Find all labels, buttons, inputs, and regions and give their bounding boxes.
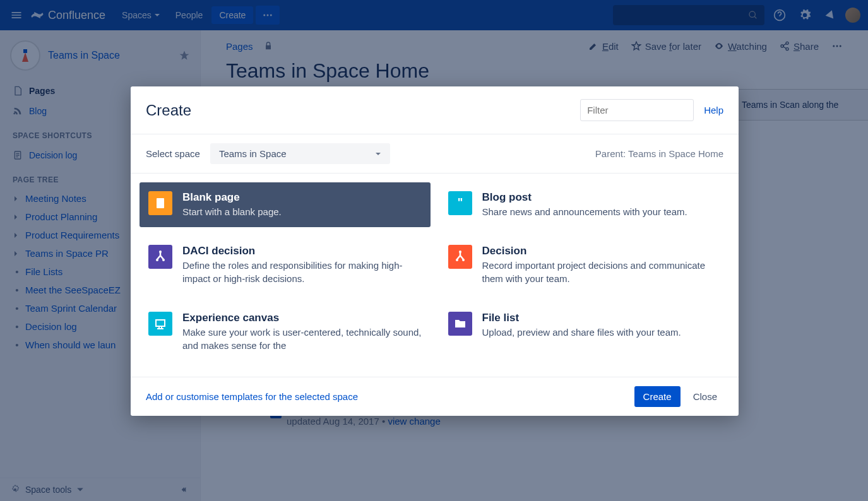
chevron-down-icon	[375, 151, 381, 157]
template-name: File list	[482, 312, 681, 324]
template-file-list[interactable]: File listUpload, preview and share files…	[439, 303, 730, 361]
space-select[interactable]: Teams in Space	[210, 143, 390, 164]
customize-templates-link[interactable]: Add or customise templates for the selec…	[146, 391, 358, 402]
dialog-footer: Add or customise templates for the selec…	[131, 377, 739, 416]
template-icon	[148, 191, 172, 215]
template-icon	[448, 312, 472, 336]
select-space-label: Select space	[146, 148, 200, 159]
template-daci-decision[interactable]: DACI decisionDefine the roles and respon…	[140, 236, 431, 294]
template-icon	[448, 245, 472, 269]
template-desc: Record important project decisions and c…	[482, 259, 722, 285]
svg-point-19	[156, 259, 158, 261]
svg-point-20	[162, 259, 165, 261]
template-name: Blog post	[482, 191, 687, 204]
template-desc: Make sure your work is user-centered, te…	[182, 326, 422, 352]
svg-point-22	[456, 259, 458, 261]
template-decision[interactable]: DecisionRecord important project decisio…	[439, 236, 730, 294]
template-desc: Upload, preview and share files with you…	[482, 326, 681, 339]
parent-info: Parent: Teams in Space Home	[595, 148, 723, 159]
dialog-create-button[interactable]: Create	[634, 386, 681, 407]
template-experience-canvas[interactable]: Experience canvasMake sure your work is …	[140, 303, 431, 361]
dialog-selectbar: Select space Teams in Space Parent: Team…	[131, 134, 739, 174]
template-list: Blank pageStart with a blank page."Blog …	[131, 174, 739, 377]
template-desc: Start with a blank page.	[182, 205, 282, 218]
template-blank-page[interactable]: Blank pageStart with a blank page.	[140, 182, 431, 227]
template-desc: Define the roles and responsibilities fo…	[182, 259, 422, 285]
help-link[interactable]: Help	[704, 105, 723, 115]
svg-point-21	[459, 250, 461, 253]
template-how-to-article[interactable]: How-to articleProvide step-by-step guida…	[439, 370, 730, 377]
dialog-close-button[interactable]: Close	[687, 386, 723, 407]
template-blog-post[interactable]: "Blog postShare news and announcements w…	[439, 182, 730, 227]
template-health-monitor[interactable]: Health monitorKeep track of your project…	[140, 370, 431, 377]
svg-rect-24	[156, 320, 165, 326]
template-name: Decision	[482, 245, 722, 257]
template-name: Experience canvas	[182, 312, 422, 324]
svg-text:": "	[457, 196, 463, 209]
template-icon	[148, 312, 172, 336]
svg-point-23	[462, 259, 465, 261]
template-icon: "	[448, 191, 472, 215]
template-desc: Share news and announcements with your t…	[482, 205, 687, 218]
dialog-header: Create Help	[131, 86, 739, 134]
svg-rect-16	[157, 198, 164, 208]
dialog-title: Create	[146, 102, 580, 119]
filter-input[interactable]	[580, 99, 694, 121]
template-icon	[148, 245, 172, 269]
template-name: DACI decision	[182, 245, 422, 257]
svg-point-18	[159, 250, 162, 253]
create-dialog: Create Help Select space Teams in Space …	[131, 86, 739, 416]
template-name: Blank page	[182, 191, 282, 204]
